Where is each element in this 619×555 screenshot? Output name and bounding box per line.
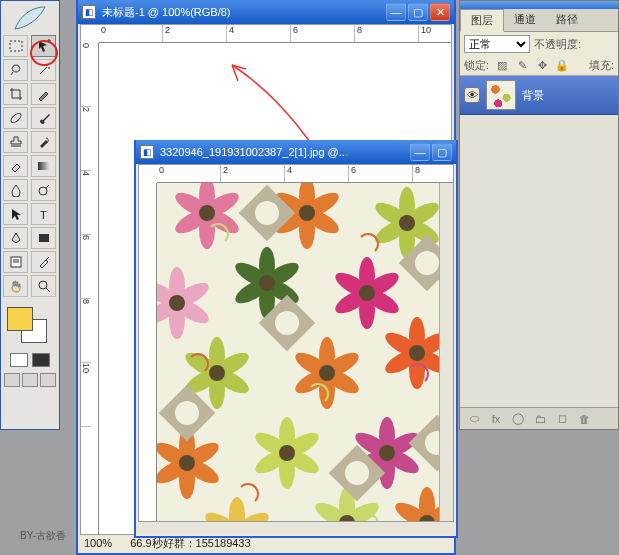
quickmask-toggle[interactable] [3, 353, 57, 367]
opacity-label: 不透明度: [534, 37, 581, 52]
layer-style-icon[interactable]: fx [488, 411, 504, 427]
lock-transparent-icon[interactable]: ▨ [495, 59, 509, 73]
ruler-vertical [139, 183, 157, 521]
ruler-horizontal: 0246810 [99, 25, 451, 43]
eraser-tool[interactable] [3, 155, 28, 177]
svg-point-7 [39, 281, 47, 289]
path-select-tool[interactable] [3, 203, 28, 225]
type-tool[interactable]: T [31, 203, 56, 225]
titlebar[interactable]: ◧ 未标题-1 @ 100%(RGB/8) — ▢ ✕ [78, 0, 454, 24]
gradient-tool[interactable] [31, 155, 56, 177]
layer-row[interactable]: 👁 背景 [460, 76, 618, 115]
svg-text:T: T [40, 209, 47, 221]
tab-layers[interactable]: 图层 [460, 9, 504, 32]
document-window-image: ◧ 3320946_191931002387_2[1].jpg @... — ▢… [134, 140, 458, 538]
maximize-button[interactable]: ▢ [408, 3, 428, 21]
layer-name[interactable]: 背景 [522, 88, 544, 103]
lasso-tool[interactable] [3, 59, 28, 81]
titlebar[interactable]: ◧ 3320946_191931002387_2[1].jpg @... — ▢ [136, 140, 456, 164]
toolbox: T [0, 0, 60, 430]
color-swatches[interactable] [3, 305, 57, 345]
zoom-tool[interactable] [31, 275, 56, 297]
notes-tool[interactable] [3, 251, 28, 273]
svg-rect-0 [10, 41, 22, 51]
watermark-text: BY-古欲香 [20, 529, 66, 543]
layer-thumbnail[interactable] [486, 80, 516, 110]
lock-label: 锁定: [464, 58, 489, 73]
lock-paint-icon[interactable]: ✎ [515, 59, 529, 73]
blend-mode-select[interactable]: 正常 [464, 35, 530, 53]
dodge-tool[interactable] [31, 179, 56, 201]
tab-channels[interactable]: 通道 [504, 9, 546, 31]
fill-label: 填充: [589, 58, 614, 73]
ruler-vertical: 0246810 [81, 43, 99, 534]
marquee-tool[interactable] [3, 35, 28, 57]
visibility-icon[interactable]: 👁 [464, 87, 480, 103]
scrollbar-vertical[interactable] [439, 183, 453, 521]
window-title: 未标题-1 @ 100%(RGB/8) [102, 5, 380, 20]
pen-tool[interactable] [3, 227, 28, 249]
window-title: 3320946_191931002387_2[1].jpg @... [160, 146, 404, 158]
crop-tool[interactable] [3, 83, 28, 105]
file-icon: ◧ [82, 5, 96, 19]
new-group-icon[interactable]: 🗀 [532, 411, 548, 427]
brush-tool[interactable] [31, 107, 56, 129]
link-layers-icon[interactable]: ⬭ [466, 411, 482, 427]
app-logo-feather [3, 3, 57, 33]
maximize-button[interactable]: ▢ [432, 143, 452, 161]
tab-paths[interactable]: 路径 [546, 9, 588, 31]
lock-all-icon[interactable]: 🔒 [555, 59, 569, 73]
foreground-color-swatch[interactable] [7, 307, 33, 331]
eyedropper-tool[interactable] [31, 251, 56, 273]
new-layer-icon[interactable]: ◻ [554, 411, 570, 427]
scrollbar-horizontal[interactable] [138, 522, 454, 534]
magic-wand-tool[interactable] [31, 59, 56, 81]
minimize-button[interactable]: — [410, 143, 430, 161]
shape-tool[interactable] [31, 227, 56, 249]
panel-footer: ⬭ fx ◯ 🗀 ◻ 🗑 [460, 407, 618, 429]
history-brush-tool[interactable] [31, 131, 56, 153]
close-button[interactable]: ✕ [430, 3, 450, 21]
layer-mask-icon[interactable]: ◯ [510, 411, 526, 427]
healing-brush-tool[interactable] [3, 107, 28, 129]
layer-list: 👁 背景 [460, 75, 618, 407]
delete-layer-icon[interactable]: 🗑 [576, 411, 592, 427]
clone-stamp-tool[interactable] [3, 131, 28, 153]
move-tool[interactable] [31, 35, 56, 57]
screen-mode-buttons[interactable] [3, 373, 57, 387]
lock-move-icon[interactable]: ✥ [535, 59, 549, 73]
hand-tool[interactable] [3, 275, 28, 297]
image-canvas[interactable] [157, 183, 439, 521]
slice-tool[interactable] [31, 83, 56, 105]
panel-tabs: 图层 通道 路径 [460, 9, 618, 32]
blur-tool[interactable] [3, 179, 28, 201]
svg-rect-2 [38, 162, 50, 170]
file-icon: ◧ [140, 145, 154, 159]
svg-point-1 [9, 112, 22, 124]
svg-point-3 [39, 187, 47, 195]
ruler-horizontal: 0246810 [157, 165, 453, 183]
minimize-button[interactable]: — [386, 3, 406, 21]
status-zoom: 100% [84, 537, 112, 549]
layers-panel: 图层 通道 路径 正常 不透明度: 锁定: ▨ ✎ ✥ 🔒 填充: 👁 背景 ⬭… [459, 0, 619, 430]
svg-rect-5 [39, 234, 49, 242]
